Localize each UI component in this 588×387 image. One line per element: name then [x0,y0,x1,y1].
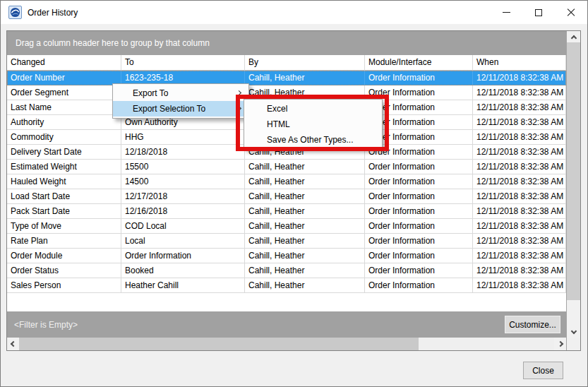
cell-when[interactable]: 12/11/2018 8:32:38 AM [473,130,566,145]
cell-to[interactable]: 12/17/2018 [121,189,245,204]
cell-by[interactable]: Cahill, Heather [245,160,365,174]
horizontal-scroll-track[interactable] [419,338,554,350]
cell-when[interactable]: 12/11/2018 8:32:38 AM [473,145,566,160]
cell-by[interactable]: Cahill, Heather [245,263,365,278]
vertical-scrollbar[interactable] [567,31,580,338]
cell-to[interactable]: HHG [121,130,245,145]
cell-when[interactable]: 12/11/2018 8:32:38 AM [473,219,566,234]
cell-by[interactable]: Cahill, Heather [245,174,365,189]
cell-changed[interactable]: Order Number [7,71,121,85]
cell-module[interactable]: Order Information [365,219,473,234]
cell-changed[interactable]: Order Segment [7,85,121,100]
cell-when[interactable]: 12/11/2018 8:32:38 AM [473,100,566,115]
submenu-item-html[interactable]: HTML [244,117,382,132]
cell-by[interactable]: Cahill, Heather [245,85,365,100]
cell-by[interactable]: Cahill, Heather [245,234,365,249]
cell-when[interactable]: 12/11/2018 8:32:38 AM [473,234,566,249]
cell-when[interactable]: 12/11/2018 8:32:38 AM [473,174,566,189]
scroll-left-button[interactable] [7,338,19,350]
cell-when[interactable]: 12/11/2018 8:32:38 AM [473,71,566,85]
cell-by[interactable]: Cahill, Heather [245,204,365,219]
cell-when[interactable]: 12/11/2018 8:32:38 AM [473,249,566,263]
cell-when[interactable]: 12/11/2018 8:32:38 AM [473,204,566,219]
scroll-up-button[interactable] [567,31,580,42]
table-row[interactable]: Load Start Date12/17/2018Cahill, Heather… [7,189,566,204]
cell-to[interactable]: 12/16/2018 [121,204,245,219]
scroll-right-button[interactable] [554,338,566,350]
column-header-to[interactable]: To [121,55,245,71]
table-row[interactable]: Hauled Weight14500Cahill, HeatherOrder I… [7,174,566,189]
scroll-down-button[interactable] [567,326,580,338]
minimize-button[interactable] [490,1,522,24]
maximize-button[interactable] [522,1,555,24]
cell-when[interactable]: 12/11/2018 8:32:38 AM [473,189,566,204]
menu-item-export-selection-to[interactable]: Export Selection To [113,101,248,117]
cell-by[interactable]: Cahill, Heather [245,219,365,234]
column-header-when[interactable]: When [473,55,566,71]
column-header-module[interactable]: Module/Interface [365,55,473,71]
table-row[interactable]: Order Number1623-235-18Cahill, HeatherOr… [7,71,566,85]
cell-when[interactable]: 12/11/2018 8:32:38 AM [473,160,566,174]
cell-module[interactable]: Order Information [365,71,473,85]
cell-to[interactable]: COD Local [121,219,245,234]
table-row[interactable]: Order SegmentCahill, HeatherOrder Inform… [7,85,566,100]
cell-changed[interactable]: Delivery Start Date [7,145,121,160]
submenu-item-save-as-other-types-[interactable]: Save As Other Types... [244,132,382,148]
cell-module[interactable]: Order Information [365,204,473,219]
table-row[interactable]: Order ModuleOrder InformationCahill, Hea… [7,249,566,263]
cell-to[interactable]: Booked [121,263,245,278]
table-row[interactable]: Estimated Weight15500Cahill, HeatherOrde… [7,160,566,174]
cell-changed[interactable]: Order Module [7,249,121,263]
cell-changed[interactable]: Authority [7,115,121,130]
cell-changed[interactable]: Sales Person [7,278,121,293]
cell-changed[interactable]: Estimated Weight [7,160,121,174]
cell-when[interactable]: 12/11/2018 8:32:38 AM [473,263,566,278]
table-row[interactable]: Pack Start Date12/16/2018Cahill, Heather… [7,204,566,219]
vertical-scroll-track[interactable] [567,300,580,326]
cell-changed[interactable]: Last Name [7,100,121,115]
cell-by[interactable]: Cahill, Heather [245,71,365,85]
cell-module[interactable]: Order Information [365,234,473,249]
cell-changed[interactable]: Order Status [7,263,121,278]
column-header-by[interactable]: By [245,55,365,71]
cell-by[interactable]: Cahill, Heather [245,189,365,204]
cell-when[interactable]: 12/11/2018 8:32:38 AM [473,278,566,293]
cell-module[interactable]: Order Information [365,189,473,204]
close-button[interactable]: Close [523,362,563,379]
cell-to[interactable]: 12/18/2018 [121,145,245,160]
group-by-bar[interactable]: Drag a column header here to group by th… [7,31,566,55]
cell-by[interactable]: Cahill, Heather [245,278,365,293]
horizontal-scrollbar[interactable] [7,338,566,350]
cell-module[interactable]: Order Information [365,249,473,263]
table-row[interactable]: Rate PlanLocalCahill, HeatherOrder Infor… [7,234,566,249]
column-header-changed[interactable]: Changed [7,55,121,71]
cell-when[interactable]: 12/11/2018 8:32:38 AM [473,85,566,100]
horizontal-scroll-thumb[interactable] [19,338,419,350]
vertical-scroll-thumb[interactable] [567,42,580,300]
cell-to[interactable]: Order Information [121,249,245,263]
cell-module[interactable]: Order Information [365,160,473,174]
close-window-button[interactable] [555,1,587,24]
cell-changed[interactable]: Type of Move [7,219,121,234]
cell-changed[interactable]: Load Start Date [7,189,121,204]
cell-to[interactable]: 15500 [121,160,245,174]
table-row[interactable]: Sales PersonHeather CahillCahill, Heathe… [7,278,566,293]
cell-to[interactable]: Heather Cahill [121,278,245,293]
cell-changed[interactable]: Commodity [7,130,121,145]
cell-module[interactable]: Order Information [365,85,473,100]
customize-button[interactable]: Customize... [505,316,560,333]
submenu-item-excel[interactable]: Excel [244,101,382,117]
table-row[interactable]: Type of MoveCOD LocalCahill, HeatherOrde… [7,219,566,234]
cell-changed[interactable]: Rate Plan [7,234,121,249]
cell-to[interactable]: 14500 [121,174,245,189]
cell-changed[interactable]: Hauled Weight [7,174,121,189]
table-row[interactable]: Order StatusBookedCahill, HeatherOrder I… [7,263,566,278]
cell-changed[interactable]: Pack Start Date [7,204,121,219]
menu-item-export-to[interactable]: Export To [113,85,248,101]
cell-to[interactable]: Local [121,234,245,249]
cell-module[interactable]: Order Information [365,263,473,278]
cell-module[interactable]: Order Information [365,174,473,189]
cell-by[interactable]: Cahill, Heather [245,249,365,263]
cell-module[interactable]: Order Information [365,278,473,293]
cell-when[interactable]: 12/11/2018 8:32:38 AM [473,115,566,130]
